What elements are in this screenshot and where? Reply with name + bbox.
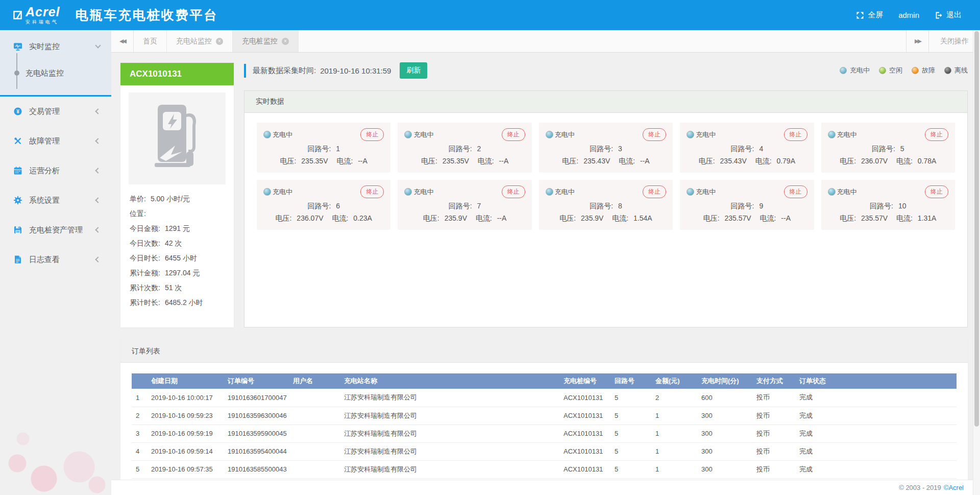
circuit-value: 4 — [759, 145, 763, 153]
cell-username — [289, 460, 340, 478]
current-value: 0.23A — [353, 214, 372, 222]
terminate-button[interactable]: 终止 — [784, 185, 807, 198]
refresh-button[interactable]: 刷新 — [400, 62, 427, 79]
circuit-label: 回路号: — [307, 202, 331, 210]
fullscreen-icon — [856, 11, 864, 19]
status-legend: 充电中 空闲 故障 离 — [840, 66, 968, 75]
electrics-line: 电压: 236.07V 电流: 0.23A — [263, 214, 384, 223]
device-stat-row: 累计次数: 51 次 — [129, 280, 226, 295]
terminate-button[interactable]: 终止 — [643, 185, 666, 198]
cell-pay-method: 投币 — [752, 425, 795, 442]
circuit-value: 5 — [900, 145, 904, 153]
cell-circuit: 5 — [610, 407, 651, 425]
realtime-panel-title: 实时数据 — [244, 91, 967, 113]
sidebar-item-label: 故障管理 — [29, 136, 60, 146]
circuit-label: 回路号: — [870, 202, 893, 210]
circuit-label: 回路号: — [731, 145, 754, 153]
cell-pile-no: ACX1010131 — [559, 407, 610, 425]
stat-value: 51 次 — [165, 280, 182, 295]
terminate-button[interactable]: 终止 — [360, 128, 384, 141]
voltage-label: 电压: — [703, 214, 720, 222]
cell-circuit: 5 — [610, 460, 651, 478]
card-status-label: 充电中 — [696, 187, 716, 197]
tabs-scroll-left-button[interactable]: ◀◀ — [111, 30, 134, 52]
circuit-value: 8 — [618, 202, 622, 210]
sidebar-item-transactions[interactable]: ¥ 交易管理 — [0, 97, 111, 126]
realtime-data-panel: 实时数据 充电中 终止 回路号: 1 — [244, 90, 968, 327]
current-value: --A — [499, 157, 509, 165]
circuit-label: 回路号: — [872, 145, 895, 153]
cell-amount: 1 — [651, 460, 697, 478]
circuit-line: 回路号: 1 — [263, 145, 384, 154]
charging-dot-icon — [828, 188, 836, 196]
column-header: 充电桩编号 — [559, 373, 610, 389]
electrics-line: 电压: 235.43V 电流: --A — [546, 157, 666, 166]
cell-pile-no: ACX1010131 — [559, 425, 610, 442]
scrollbar-thumb[interactable] — [974, 31, 979, 427]
cell-status: 完成 — [795, 442, 957, 460]
voltage-value: 235.43V — [720, 157, 747, 165]
offline-dot-icon — [944, 67, 951, 74]
charging-circuit-card: 充电中 终止 回路号: 3 电压: 235.43V — [539, 123, 673, 173]
column-header: 订单编号 — [224, 373, 289, 389]
charging-dot-icon — [687, 131, 694, 138]
cell-station: 江苏安科瑞制造有限公司 — [340, 425, 559, 442]
terminate-button[interactable]: 终止 — [502, 185, 525, 198]
circuit-label: 回路号: — [307, 145, 331, 153]
charging-dot-icon — [546, 131, 553, 138]
tab-close-icon[interactable]: × — [282, 38, 289, 45]
terminate-button[interactable]: 终止 — [360, 185, 384, 198]
sidebar-item-analytics[interactable]: 运营分析 — [0, 156, 111, 185]
fullscreen-button[interactable]: 全屏 — [851, 10, 888, 20]
cell-duration: 300 — [697, 425, 752, 442]
tabs-scroll-right-button[interactable]: ▶▶ — [906, 30, 928, 52]
voltage-label: 电压: — [276, 214, 292, 222]
tab-close-icon[interactable]: × — [216, 38, 223, 45]
voltage-value: 236.07V — [297, 214, 323, 222]
current-label: 电流: — [332, 214, 348, 222]
terminate-button[interactable]: 终止 — [925, 185, 948, 198]
terminate-button[interactable]: 终止 — [502, 128, 525, 141]
vertical-scrollbar[interactable] — [973, 30, 980, 495]
legend-label: 充电中 — [850, 66, 870, 75]
user-menu[interactable]: admin — [893, 11, 924, 19]
monitor-area: 最新数据采集时间: 2019-10-16 10:31:59 刷新 充电中 空闲 — [244, 63, 968, 327]
row-index: 5 — [132, 460, 147, 478]
sidebar-subitem-station-monitor[interactable]: 充电站监控 — [0, 61, 111, 85]
terminate-button[interactable]: 终止 — [784, 128, 807, 141]
brand-link[interactable]: ©Acrel — [944, 484, 964, 491]
sidebar-item-pile-assets[interactable]: 充电桩资产管理 — [0, 215, 111, 245]
tab-pile-monitor[interactable]: 充电桩监控 × — [233, 30, 299, 52]
calendar-icon — [13, 166, 22, 175]
terminate-button[interactable]: 终止 — [643, 128, 666, 141]
sidebar-item-settings[interactable]: 系统设置 — [0, 185, 111, 215]
legend-offline: 离线 — [944, 66, 968, 75]
sidebar-group-realtime: 实时监控 充电站监控 — [0, 30, 111, 97]
device-stat-row: 今日时长: 6455 小时 — [129, 251, 226, 266]
charging-dot-icon — [263, 131, 271, 138]
orders-table: 创建日期订单编号用户名充电站名称充电桩编号回路号金额(元)充电时间(分)支付方式… — [132, 373, 957, 479]
close-operations-dropdown[interactable]: 关闭操作 — [928, 30, 980, 52]
logout-button[interactable]: 退出 — [929, 10, 967, 20]
terminate-button[interactable]: 终止 — [925, 128, 948, 141]
tab-home[interactable]: 首页 — [134, 30, 167, 52]
sidebar-item-logs[interactable]: 日志查看 — [0, 245, 111, 274]
username: admin — [898, 11, 919, 19]
gear-icon — [13, 196, 22, 205]
app-header: Acrel 安科瑞电气 电瓶车充电桩收费平台 全屏 admin 退出 — [0, 0, 980, 30]
stat-value: 1291 元 — [165, 221, 190, 236]
column-header: 充电站名称 — [340, 373, 559, 389]
tab-station-monitor[interactable]: 充电站监控 × — [167, 30, 233, 52]
voltage-value: 235.35V — [301, 157, 328, 165]
header-actions: 全屏 admin 退出 — [851, 10, 967, 20]
orders-table-wrap: 创建日期订单编号用户名充电站名称充电桩编号回路号金额(元)充电时间(分)支付方式… — [120, 363, 968, 479]
current-label: 电流: — [619, 157, 635, 165]
sidebar-item-faults[interactable]: 故障管理 — [0, 126, 111, 156]
stat-value: 42 次 — [165, 236, 182, 251]
page-title: 电瓶车充电桩收费平台 — [76, 7, 218, 23]
stat-label: 累计时长: — [130, 295, 160, 310]
current-value: 0.78A — [918, 157, 937, 165]
electrics-line: 电压: 235.43V 电流: 0.79A — [687, 157, 807, 166]
device-stat-row: 累计金额: 1297.04 元 — [129, 266, 226, 280]
cell-pile-no: ACX1010131 — [559, 442, 610, 460]
